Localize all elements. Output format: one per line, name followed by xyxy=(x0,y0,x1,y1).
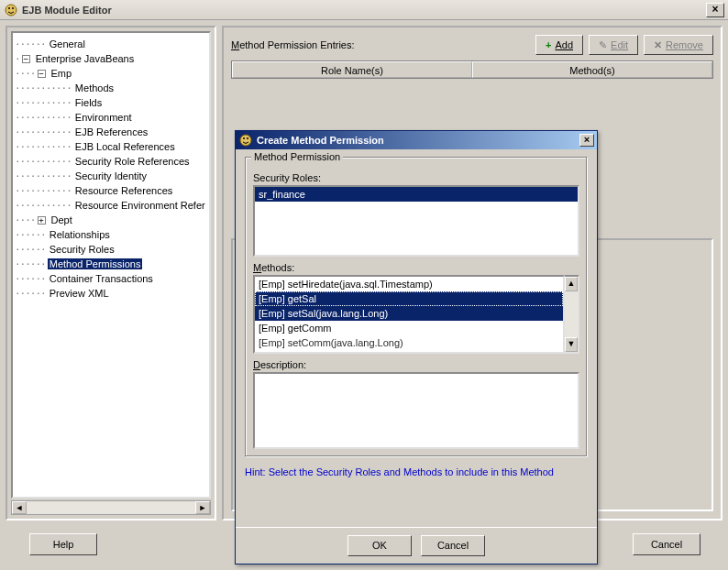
add-button-label: Add xyxy=(555,39,573,50)
scroll-right-icon[interactable]: ► xyxy=(195,501,210,514)
tree-node-emp-methods[interactable]: ···········Methods xyxy=(15,81,207,95)
methods-scrollbar[interactable]: ▲ ▼ xyxy=(565,275,579,354)
tree-node-emp-res-refs[interactable]: ···········Resource References xyxy=(15,183,207,198)
tree-node-emp-ejb-local-refs[interactable]: ···········EJB Local References xyxy=(15,139,207,154)
collapse-icon[interactable]: − xyxy=(38,70,46,78)
list-item[interactable]: [Emp] getSal xyxy=(255,291,563,306)
tree-node-security-roles[interactable]: ······Security Roles xyxy=(15,242,207,257)
list-item[interactable]: [Emp] setHiredate(java.sql.Timestamp) xyxy=(255,277,563,291)
titlebar: EJB Module Editor × xyxy=(0,0,728,20)
svg-point-3 xyxy=(240,135,251,146)
svg-point-2 xyxy=(12,7,14,9)
tree-node-general[interactable]: ······General xyxy=(15,37,207,51)
dialog-cancel-button[interactable]: Cancel xyxy=(421,535,485,556)
tree-node-emp[interactable]: ····−Emp xyxy=(15,66,207,81)
security-roles-list[interactable]: sr_finance xyxy=(253,185,579,257)
col-methods[interactable]: Method(s) xyxy=(472,61,712,78)
dialog-body: Method Permission Security Roles: sr_fin… xyxy=(236,149,597,527)
dialog-button-bar: OK Cancel xyxy=(236,527,597,564)
methods-label: Methods: xyxy=(253,262,579,273)
dialog-titlebar: Create Method Permission × xyxy=(236,131,597,149)
tree-node-emp-sec-identity[interactable]: ···········Security Identity xyxy=(15,169,207,183)
create-method-permission-dialog: Create Method Permission × Method Permis… xyxy=(235,130,598,565)
scroll-down-icon[interactable]: ▼ xyxy=(565,337,578,352)
remove-button[interactable]: ✕Remove xyxy=(644,35,713,55)
tree-panel: ······General ·−Enterprise JavaBeans ···… xyxy=(6,26,216,521)
cancel-button[interactable]: Cancel xyxy=(633,533,700,555)
tree-node-container-tx[interactable]: ······Container Transactions xyxy=(15,271,207,286)
window-title: EJB Module Editor xyxy=(22,5,706,16)
tree-view[interactable]: ······General ·−Enterprise JavaBeans ···… xyxy=(11,31,211,499)
scroll-up-icon[interactable]: ▲ xyxy=(565,277,578,291)
ok-button[interactable]: OK xyxy=(347,535,412,556)
col-role-names[interactable]: Role Name(s) xyxy=(232,61,472,78)
edit-button[interactable]: ✎Edit xyxy=(589,35,638,55)
entries-table-header: Role Name(s) Method(s) xyxy=(231,60,713,79)
edit-button-label: Edit xyxy=(611,39,628,50)
hint-text: Hint: Select the Security Roles and Meth… xyxy=(245,466,588,477)
scroll-track[interactable] xyxy=(27,501,195,514)
remove-button-label: Remove xyxy=(666,39,703,50)
svg-point-4 xyxy=(243,137,245,139)
expand-icon[interactable]: + xyxy=(38,216,46,225)
dialog-icon xyxy=(238,133,253,148)
tree-hscrollbar[interactable]: ◄ ► xyxy=(11,500,211,515)
scroll-track[interactable] xyxy=(565,291,578,337)
list-item[interactable]: [Emp] setComm(java.lang.Long) xyxy=(255,335,563,350)
scroll-left-icon[interactable]: ◄ xyxy=(12,501,27,514)
help-button[interactable]: Help xyxy=(29,533,97,555)
entries-label: Method Permission Entries: xyxy=(231,39,530,50)
dialog-close-button[interactable]: × xyxy=(579,134,594,147)
app-icon xyxy=(4,3,18,17)
method-permission-group: Method Permission Security Roles: sr_fin… xyxy=(245,157,588,457)
tree-node-emp-environment[interactable]: ···········Environment xyxy=(15,110,207,125)
pencil-icon: ✎ xyxy=(599,39,607,51)
tree-node-emp-fields[interactable]: ···········Fields xyxy=(15,95,207,110)
svg-point-1 xyxy=(8,7,10,9)
tree-node-emp-ejb-refs[interactable]: ···········EJB References xyxy=(15,125,207,139)
tree-node-emp-sec-role-refs[interactable]: ···········Security Role References xyxy=(15,154,207,169)
window-close-button[interactable]: × xyxy=(706,3,724,17)
tree-node-dept[interactable]: ····+Dept xyxy=(15,213,207,227)
x-icon: ✕ xyxy=(654,39,662,51)
tree-node-ejb[interactable]: ·−Enterprise JavaBeans xyxy=(15,51,207,66)
collapse-icon[interactable]: − xyxy=(22,55,30,63)
group-legend: Method Permission xyxy=(251,151,343,162)
list-item[interactable]: [Emp] setSal(java.lang.Long) xyxy=(255,306,563,321)
security-roles-label: Security Roles: xyxy=(253,172,579,183)
dialog-title: Create Method Permission xyxy=(257,135,579,146)
list-item[interactable]: [Emp] getComm xyxy=(255,321,563,335)
tree-node-relationships[interactable]: ······Relationships xyxy=(15,227,207,242)
svg-point-0 xyxy=(6,5,17,16)
svg-point-5 xyxy=(247,137,248,139)
plus-icon: + xyxy=(546,39,551,50)
methods-list[interactable]: [Emp] setHiredate(java.sql.Timestamp) [E… xyxy=(253,275,565,354)
description-label: Description: xyxy=(253,359,579,370)
tree-node-emp-res-env-refs[interactable]: ···········Resource Environment Refer xyxy=(15,198,207,213)
list-item[interactable]: sr_finance xyxy=(255,187,578,202)
add-button[interactable]: +Add xyxy=(535,35,583,55)
tree-node-preview-xml[interactable]: ······Preview XML xyxy=(15,286,207,301)
tree-node-method-permissions[interactable]: ······Method Permissions xyxy=(15,257,207,271)
description-textarea[interactable] xyxy=(253,372,579,449)
